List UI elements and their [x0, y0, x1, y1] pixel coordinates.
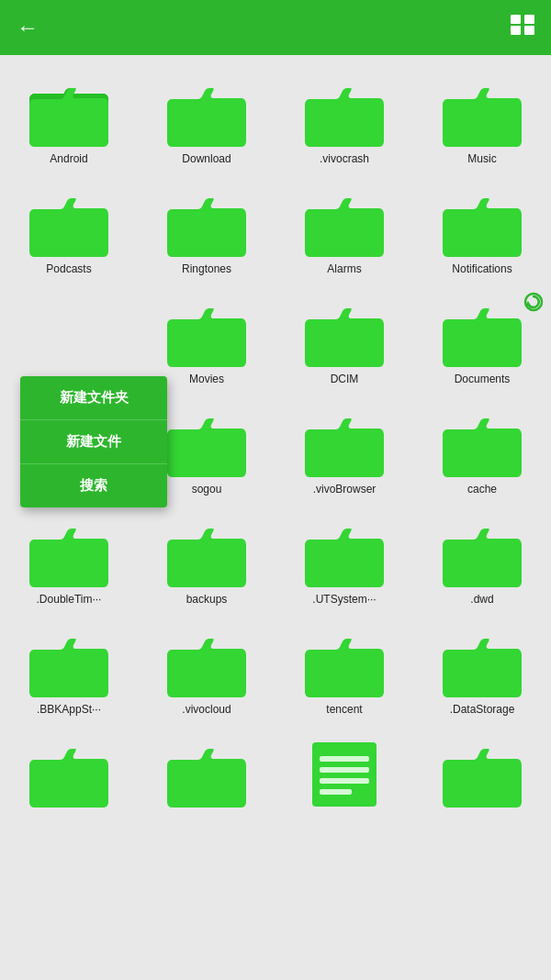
- svg-rect-11: [320, 767, 369, 773]
- header: ←: [0, 0, 551, 55]
- folder-icon: [165, 407, 248, 477]
- folder-name: Music: [467, 152, 496, 165]
- folder-name: .UTSystem···: [312, 593, 376, 606]
- folder-music[interactable]: Music: [413, 64, 551, 174]
- folder-icon: [28, 518, 110, 587]
- folder-name: .vivoBrowser: [313, 483, 377, 496]
- folder-notifications[interactable]: Notifications: [413, 174, 551, 284]
- folder-name: Notifications: [452, 262, 512, 275]
- grid-view-button[interactable]: [511, 15, 534, 40]
- folder-vivocrash[interactable]: .vivocrash: [276, 64, 413, 174]
- folder-vivobrowser[interactable]: .vivoBrowser: [276, 395, 413, 505]
- folder-icon: [441, 628, 523, 697]
- svg-rect-9: [312, 742, 377, 807]
- folder-name: .dwd: [470, 593, 493, 606]
- folder-name: Movies: [189, 373, 224, 385]
- folder-vivocloud[interactable]: .vivocloud: [138, 615, 276, 725]
- svg-rect-12: [320, 778, 369, 784]
- folder-android[interactable]: Android: [0, 64, 138, 174]
- folder-name: Podcasts: [46, 262, 91, 275]
- folder-icon: [165, 628, 248, 697]
- svg-rect-3: [524, 26, 534, 35]
- folder-name: backups: [186, 593, 228, 606]
- folder-icon: [165, 297, 248, 367]
- folder-icon: [303, 77, 386, 147]
- back-button[interactable]: ←: [17, 15, 39, 40]
- folder-icon: [441, 738, 523, 807]
- svg-rect-2: [511, 26, 521, 35]
- folder-dwd[interactable]: .dwd: [413, 505, 551, 615]
- folder-name: .vivocrash: [320, 152, 369, 165]
- svg-rect-13: [320, 789, 352, 795]
- folder-icon: [303, 187, 386, 257]
- folder-doubletimer[interactable]: .DoubleTim···: [0, 505, 138, 615]
- svg-rect-0: [511, 15, 521, 24]
- folder-icon: [303, 407, 386, 477]
- folder-extra3[interactable]: [413, 725, 551, 822]
- folder-cache[interactable]: cache: [413, 395, 551, 505]
- folder-dcim[interactable]: DCIM: [276, 284, 413, 395]
- folder-name: Ringtones: [182, 262, 231, 275]
- folder-name: Download: [182, 152, 231, 165]
- folder-name: sogou: [192, 483, 222, 496]
- folder-icon: [303, 518, 386, 587]
- folder-icon: [303, 297, 386, 367]
- folder-name: Documents: [455, 373, 511, 385]
- folder-ringtones[interactable]: Ringtones: [138, 174, 276, 284]
- file-icon: [303, 738, 386, 807]
- folder-icon: [165, 518, 248, 587]
- folder-icon: [28, 77, 110, 147]
- context-menu-search[interactable]: 搜索: [20, 464, 167, 507]
- folder-icon: [165, 738, 248, 807]
- refresh-icon[interactable]: [523, 292, 544, 317]
- folder-name: cache: [467, 483, 497, 496]
- folder-extra1[interactable]: [0, 725, 138, 822]
- folder-icon: [303, 628, 386, 697]
- folder-backups[interactable]: backups: [138, 505, 276, 615]
- folder-name: DCIM: [331, 373, 359, 385]
- folder-alarms[interactable]: Alarms: [276, 174, 413, 284]
- folder-icon: [441, 518, 523, 587]
- svg-rect-1: [524, 15, 534, 24]
- folder-tencent[interactable]: tencent: [276, 615, 413, 725]
- folder-icon: [28, 738, 110, 807]
- folder-icon: [28, 628, 110, 697]
- folder-extra2[interactable]: [138, 725, 276, 822]
- folder-bbkappstore[interactable]: .BBKAppSt···: [0, 615, 138, 725]
- folder-icon: [441, 187, 523, 257]
- folder-icon: [441, 77, 523, 147]
- folder-documents[interactable]: Documents: [413, 284, 551, 395]
- folder-name: Android: [50, 152, 87, 165]
- folder-name: .DataStorage: [450, 703, 515, 716]
- context-menu: 新建文件夹 新建文件 搜索: [20, 376, 167, 507]
- folder-name: .DoubleTim···: [37, 593, 102, 606]
- folder-icon: [28, 187, 110, 257]
- folder-download[interactable]: Download: [138, 64, 276, 174]
- folder-name: tencent: [326, 703, 362, 716]
- context-menu-new-file[interactable]: 新建文件: [20, 420, 167, 464]
- context-menu-new-folder[interactable]: 新建文件夹: [20, 376, 167, 420]
- folder-utsystem[interactable]: .UTSystem···: [276, 505, 413, 615]
- folder-name: .BBKAppSt···: [37, 703, 101, 716]
- folder-icon: [441, 297, 523, 367]
- folder-icon: [165, 77, 248, 147]
- folder-name: Alarms: [327, 262, 361, 275]
- folder-name: .vivocloud: [182, 703, 231, 716]
- folder-icon: [165, 187, 248, 257]
- folder-icon: [441, 407, 523, 477]
- file-document[interactable]: [276, 725, 413, 822]
- folder-datastorage[interactable]: .DataStorage: [413, 615, 551, 725]
- folder-podcasts[interactable]: Podcasts: [0, 174, 138, 284]
- svg-rect-10: [320, 756, 369, 762]
